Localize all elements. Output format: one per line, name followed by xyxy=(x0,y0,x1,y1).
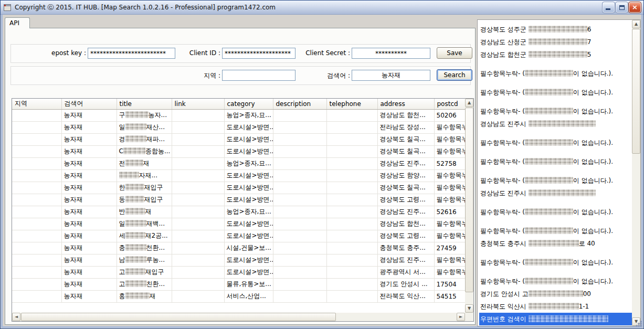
redacted-text xyxy=(125,256,146,263)
table-row[interactable]: 농자재한재입구도로시설>방면...경상북도 칠곡...필수항목누락 xyxy=(12,182,465,194)
cell-link xyxy=(172,254,224,266)
epost-key-label: epost key : xyxy=(9,49,86,57)
log-item[interactable]: 경상남도 진주시 xyxy=(479,118,632,130)
table-row[interactable]: 농자재반재농업>종자,묘...경상남도 진주...52616 xyxy=(12,206,465,218)
cell-title: 반재 xyxy=(117,206,172,218)
column-header-link[interactable]: link xyxy=(172,99,224,109)
cell-address: 경상남도 함양... xyxy=(377,169,434,182)
table-row[interactable]: 농자재C종합농...도로시설>방면...경상북도 칠곡...필수항목누락 xyxy=(12,145,465,157)
cell-description xyxy=(273,230,326,242)
cell-keyword: 농자재 xyxy=(61,121,117,133)
cell-region xyxy=(12,242,61,254)
scroll-down-icon[interactable]: ▼ xyxy=(465,304,473,313)
scroll-right-icon[interactable]: ► xyxy=(457,313,465,321)
table-row[interactable]: 농자재동재입구도로시설>방면...경상북도 고령...필수항목누락 xyxy=(12,194,465,206)
table-row[interactable]: 농자재일재백...도로시설>방면...경상남도 합천...필수항목누락 xyxy=(12,218,465,230)
cell-title: 구농자... xyxy=(117,109,172,121)
log-item-selected[interactable]: 우편번호 검색이 xyxy=(479,313,632,325)
cell-category: 시설,건물>보... xyxy=(224,242,273,254)
cell-keyword: 농자재 xyxy=(61,182,117,194)
log-item[interactable]: 충청북도 충주시 로 40 xyxy=(479,237,632,250)
log-item[interactable]: 경기도 안성시 고00 xyxy=(479,288,632,300)
grid-vscroll-thumb[interactable] xyxy=(465,108,473,292)
save-button[interactable]: Save xyxy=(437,47,472,59)
cell-title: 자재... xyxy=(117,169,172,182)
redacted-text xyxy=(125,220,146,227)
log-item[interactable]: 필수항목누락- (이 없습니다.). xyxy=(479,275,632,288)
cell-description xyxy=(273,194,326,206)
table-row[interactable]: 농자재일재산...도로시설>방면...전라남도 장성...필수항목누락 xyxy=(12,121,465,133)
log-item[interactable]: 필수항목누락- (이 없습니다.). xyxy=(479,155,632,168)
cell-link xyxy=(172,157,224,169)
log-item[interactable]: 필수항목누락- (이 없습니다.). xyxy=(479,67,632,80)
log-item[interactable]: 필수항목누락- (이 없습니다.). xyxy=(479,136,632,149)
region-label: 지역 : xyxy=(147,71,220,80)
log-item[interactable]: 경상남도 합천군 5 xyxy=(479,48,632,61)
cell-keyword: 농자재 xyxy=(61,278,117,290)
cell-description xyxy=(273,133,326,145)
table-row[interactable]: 농자재전재농업>종자,묘...경상남도 진주...52758 xyxy=(12,157,465,169)
log-item[interactable]: 전라북도 익산시 1-1 xyxy=(479,300,632,313)
column-header-category[interactable]: category xyxy=(224,99,273,109)
column-header-region[interactable]: 지역 xyxy=(12,99,61,109)
scroll-left-icon[interactable]: ◄ xyxy=(12,313,20,321)
resize-grip[interactable] xyxy=(635,320,642,327)
table-row[interactable]: 농자재홍재서비스,산업...전라북도 익산...54515 xyxy=(12,290,465,302)
grid-horizontal-scrollbar[interactable]: ◄ ► xyxy=(12,313,465,321)
log-item[interactable]: 필수항목누락- (이 없습니다.). xyxy=(479,256,632,269)
column-header-keyword[interactable]: 검색어 xyxy=(61,99,117,109)
redacted-text xyxy=(529,51,587,58)
log-item[interactable]: 경상남도 산청군 7 xyxy=(479,36,632,48)
maximize-button[interactable] xyxy=(616,2,628,13)
grid-vertical-scrollbar[interactable]: ▲ ▼ xyxy=(465,99,473,313)
log-item[interactable]: 필수항목누락- (이 없습니다.). xyxy=(479,174,632,187)
log-item[interactable]: 필수항목누락- (이 없습니다.). xyxy=(479,225,632,237)
log-item[interactable]: 필수항목누락- (이 없습니다.). xyxy=(479,105,632,118)
log-list[interactable]: 경상북도 성주군 6경상남도 산청군 7경상남도 합천군 5필수항목누락- (이… xyxy=(478,20,632,326)
cell-category: 도로시설>방면... xyxy=(224,169,273,182)
keyword-input[interactable] xyxy=(352,70,430,81)
cell-description xyxy=(273,206,326,218)
cell-postcd: 17504 xyxy=(434,278,465,290)
table-row[interactable]: 농자재세재2공...도로시설>방면...경상북도 고령...필수항목누락 xyxy=(12,230,465,242)
column-header-address[interactable]: address xyxy=(377,99,434,109)
column-header-postcd[interactable]: postcd xyxy=(434,99,465,109)
minimize-button[interactable] xyxy=(603,2,615,13)
tab-api[interactable]: API xyxy=(5,17,30,28)
table-row[interactable]: 농자재남루농...도로시설>방면...경상남도 진주...필수항목누락 xyxy=(12,254,465,266)
redacted-text xyxy=(525,278,573,284)
cell-address: 경상북도 칠곡... xyxy=(377,182,434,194)
grid-hscroll-thumb[interactable] xyxy=(21,313,336,321)
cell-link xyxy=(172,182,224,194)
table-row[interactable]: 농자재고재입구도로시설>방면...광주광역시 서...필수항목누락 xyxy=(12,266,465,278)
scroll-up-icon[interactable]: ▲ xyxy=(465,99,473,107)
redacted-text xyxy=(525,177,573,184)
log-vertical-scrollbar[interactable]: ▲ ▼ xyxy=(632,20,640,326)
redacted-text xyxy=(125,292,150,299)
log-item[interactable]: 필수항목누락- (이 없습니다.). xyxy=(479,86,632,99)
log-vscroll-thumb[interactable] xyxy=(632,29,640,154)
client-secret-input[interactable] xyxy=(352,48,430,59)
cell-category: 도로시설>방면... xyxy=(224,182,273,194)
app-window: Copyright ⓒ 2015. IT HUB. [Map Search 1.… xyxy=(0,0,644,329)
column-header-description[interactable]: description xyxy=(273,99,326,109)
table-row[interactable]: 농자재구농자...농업>종자,묘...경상남도 합천...50206 xyxy=(12,109,465,121)
log-item[interactable]: 경상남도 진주시 xyxy=(479,187,632,199)
log-item[interactable]: 경상북도 성주군 6 xyxy=(479,23,632,36)
cell-region xyxy=(12,109,61,121)
table-row[interactable]: 농자재고친환...물류,유통>보...경기도 안성시 ...17504 xyxy=(12,278,465,290)
table-row[interactable]: 농자재자재...도로시설>방면...경상남도 함양...필수항목누락 xyxy=(12,169,465,182)
search-button[interactable]: Search xyxy=(437,69,472,81)
close-button[interactable]: × xyxy=(629,2,641,13)
cell-link xyxy=(172,278,224,290)
scroll-up-icon[interactable]: ▲ xyxy=(632,20,640,28)
table-row[interactable]: 농자재충천환...시설,건물>보...충청북도 충주...27459 xyxy=(12,242,465,254)
log-item[interactable]: 필수항목누락- (이 없습니다.). xyxy=(479,206,632,218)
cell-address: 경상북도 칠곡... xyxy=(377,145,434,157)
cell-region xyxy=(12,230,61,242)
cell-link xyxy=(172,218,224,230)
table-row[interactable]: 농자재경재파...도로시설>방면...경상북도 칠곡...필수항목누락 xyxy=(12,133,465,145)
column-header-telephone[interactable]: telephone xyxy=(326,99,377,109)
redacted-text xyxy=(125,244,146,251)
column-header-title[interactable]: title xyxy=(117,99,172,109)
